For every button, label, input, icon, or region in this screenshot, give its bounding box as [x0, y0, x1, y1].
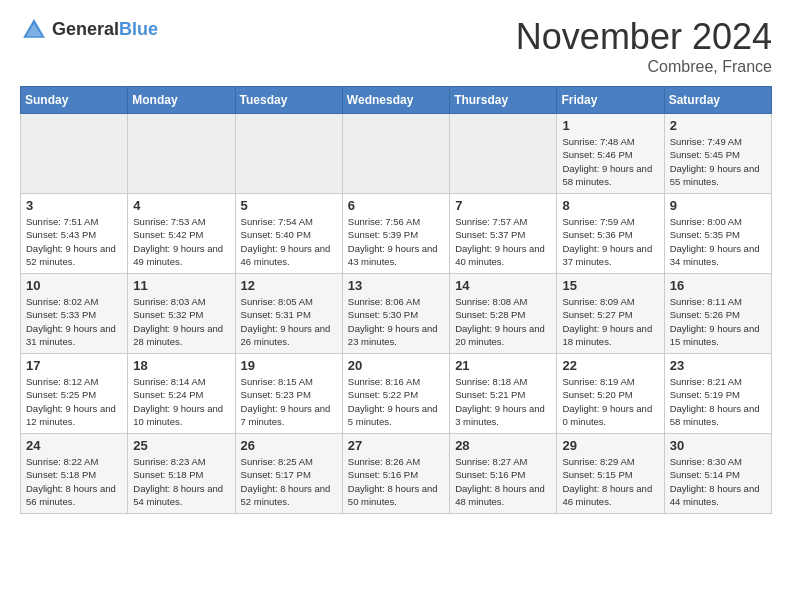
- day-number: 7: [455, 198, 551, 213]
- calendar-cell: 27Sunrise: 8:26 AM Sunset: 5:16 PM Dayli…: [342, 434, 449, 514]
- day-number: 29: [562, 438, 658, 453]
- header: GeneralBlue November 2024 Combree, Franc…: [20, 16, 772, 76]
- calendar-cell: 8Sunrise: 7:59 AM Sunset: 5:36 PM Daylig…: [557, 194, 664, 274]
- day-detail: Sunrise: 8:22 AM Sunset: 5:18 PM Dayligh…: [26, 455, 122, 508]
- logo-general: General: [52, 19, 119, 39]
- calendar-cell: 17Sunrise: 8:12 AM Sunset: 5:25 PM Dayli…: [21, 354, 128, 434]
- day-number: 15: [562, 278, 658, 293]
- day-number: 30: [670, 438, 766, 453]
- calendar-cell: 1Sunrise: 7:48 AM Sunset: 5:46 PM Daylig…: [557, 114, 664, 194]
- day-detail: Sunrise: 8:11 AM Sunset: 5:26 PM Dayligh…: [670, 295, 766, 348]
- calendar-cell: 29Sunrise: 8:29 AM Sunset: 5:15 PM Dayli…: [557, 434, 664, 514]
- day-detail: Sunrise: 8:02 AM Sunset: 5:33 PM Dayligh…: [26, 295, 122, 348]
- day-number: 4: [133, 198, 229, 213]
- day-detail: Sunrise: 8:15 AM Sunset: 5:23 PM Dayligh…: [241, 375, 337, 428]
- calendar-cell: 10Sunrise: 8:02 AM Sunset: 5:33 PM Dayli…: [21, 274, 128, 354]
- calendar-cell: 30Sunrise: 8:30 AM Sunset: 5:14 PM Dayli…: [664, 434, 771, 514]
- calendar-cell: 7Sunrise: 7:57 AM Sunset: 5:37 PM Daylig…: [450, 194, 557, 274]
- day-detail: Sunrise: 8:05 AM Sunset: 5:31 PM Dayligh…: [241, 295, 337, 348]
- calendar-week-4: 24Sunrise: 8:22 AM Sunset: 5:18 PM Dayli…: [21, 434, 772, 514]
- day-detail: Sunrise: 7:49 AM Sunset: 5:45 PM Dayligh…: [670, 135, 766, 188]
- calendar-cell: 15Sunrise: 8:09 AM Sunset: 5:27 PM Dayli…: [557, 274, 664, 354]
- day-number: 25: [133, 438, 229, 453]
- calendar-week-0: 1Sunrise: 7:48 AM Sunset: 5:46 PM Daylig…: [21, 114, 772, 194]
- calendar-cell: 26Sunrise: 8:25 AM Sunset: 5:17 PM Dayli…: [235, 434, 342, 514]
- calendar-cell: 18Sunrise: 8:14 AM Sunset: 5:24 PM Dayli…: [128, 354, 235, 434]
- title-block: November 2024 Combree, France: [516, 16, 772, 76]
- day-number: 23: [670, 358, 766, 373]
- day-number: 9: [670, 198, 766, 213]
- day-detail: Sunrise: 8:00 AM Sunset: 5:35 PM Dayligh…: [670, 215, 766, 268]
- calendar-cell: 20Sunrise: 8:16 AM Sunset: 5:22 PM Dayli…: [342, 354, 449, 434]
- header-row: SundayMondayTuesdayWednesdayThursdayFrid…: [21, 87, 772, 114]
- day-detail: Sunrise: 8:14 AM Sunset: 5:24 PM Dayligh…: [133, 375, 229, 428]
- logo-text: GeneralBlue: [52, 20, 158, 40]
- calendar-cell: 2Sunrise: 7:49 AM Sunset: 5:45 PM Daylig…: [664, 114, 771, 194]
- calendar-week-1: 3Sunrise: 7:51 AM Sunset: 5:43 PM Daylig…: [21, 194, 772, 274]
- day-number: 3: [26, 198, 122, 213]
- day-number: 24: [26, 438, 122, 453]
- day-detail: Sunrise: 8:08 AM Sunset: 5:28 PM Dayligh…: [455, 295, 551, 348]
- day-number: 27: [348, 438, 444, 453]
- logo-icon: [20, 16, 48, 44]
- calendar-cell: [128, 114, 235, 194]
- day-detail: Sunrise: 8:19 AM Sunset: 5:20 PM Dayligh…: [562, 375, 658, 428]
- day-number: 5: [241, 198, 337, 213]
- header-cell-tuesday: Tuesday: [235, 87, 342, 114]
- day-number: 17: [26, 358, 122, 373]
- day-detail: Sunrise: 8:16 AM Sunset: 5:22 PM Dayligh…: [348, 375, 444, 428]
- calendar-week-2: 10Sunrise: 8:02 AM Sunset: 5:33 PM Dayli…: [21, 274, 772, 354]
- day-detail: Sunrise: 8:26 AM Sunset: 5:16 PM Dayligh…: [348, 455, 444, 508]
- page-container: GeneralBlue November 2024 Combree, Franc…: [0, 0, 792, 530]
- day-detail: Sunrise: 8:30 AM Sunset: 5:14 PM Dayligh…: [670, 455, 766, 508]
- calendar-cell: 14Sunrise: 8:08 AM Sunset: 5:28 PM Dayli…: [450, 274, 557, 354]
- day-detail: Sunrise: 8:12 AM Sunset: 5:25 PM Dayligh…: [26, 375, 122, 428]
- day-number: 2: [670, 118, 766, 133]
- logo: GeneralBlue: [20, 16, 158, 44]
- location: Combree, France: [516, 58, 772, 76]
- day-number: 13: [348, 278, 444, 293]
- header-cell-saturday: Saturday: [664, 87, 771, 114]
- day-detail: Sunrise: 7:51 AM Sunset: 5:43 PM Dayligh…: [26, 215, 122, 268]
- day-detail: Sunrise: 8:23 AM Sunset: 5:18 PM Dayligh…: [133, 455, 229, 508]
- calendar-cell: 6Sunrise: 7:56 AM Sunset: 5:39 PM Daylig…: [342, 194, 449, 274]
- calendar-cell: 12Sunrise: 8:05 AM Sunset: 5:31 PM Dayli…: [235, 274, 342, 354]
- logo-blue: Blue: [119, 19, 158, 39]
- header-cell-wednesday: Wednesday: [342, 87, 449, 114]
- day-number: 12: [241, 278, 337, 293]
- day-number: 21: [455, 358, 551, 373]
- day-number: 6: [348, 198, 444, 213]
- header-cell-sunday: Sunday: [21, 87, 128, 114]
- day-detail: Sunrise: 7:54 AM Sunset: 5:40 PM Dayligh…: [241, 215, 337, 268]
- day-detail: Sunrise: 8:27 AM Sunset: 5:16 PM Dayligh…: [455, 455, 551, 508]
- header-cell-friday: Friday: [557, 87, 664, 114]
- calendar-header: SundayMondayTuesdayWednesdayThursdayFrid…: [21, 87, 772, 114]
- calendar-cell: 19Sunrise: 8:15 AM Sunset: 5:23 PM Dayli…: [235, 354, 342, 434]
- day-detail: Sunrise: 8:03 AM Sunset: 5:32 PM Dayligh…: [133, 295, 229, 348]
- calendar-cell: 28Sunrise: 8:27 AM Sunset: 5:16 PM Dayli…: [450, 434, 557, 514]
- day-detail: Sunrise: 8:25 AM Sunset: 5:17 PM Dayligh…: [241, 455, 337, 508]
- day-detail: Sunrise: 7:56 AM Sunset: 5:39 PM Dayligh…: [348, 215, 444, 268]
- header-cell-monday: Monday: [128, 87, 235, 114]
- day-detail: Sunrise: 7:59 AM Sunset: 5:36 PM Dayligh…: [562, 215, 658, 268]
- day-number: 22: [562, 358, 658, 373]
- day-number: 20: [348, 358, 444, 373]
- calendar-cell: 11Sunrise: 8:03 AM Sunset: 5:32 PM Dayli…: [128, 274, 235, 354]
- calendar-cell: 13Sunrise: 8:06 AM Sunset: 5:30 PM Dayli…: [342, 274, 449, 354]
- day-number: 11: [133, 278, 229, 293]
- calendar-cell: 23Sunrise: 8:21 AM Sunset: 5:19 PM Dayli…: [664, 354, 771, 434]
- month-title: November 2024: [516, 16, 772, 58]
- calendar-week-3: 17Sunrise: 8:12 AM Sunset: 5:25 PM Dayli…: [21, 354, 772, 434]
- day-detail: Sunrise: 8:29 AM Sunset: 5:15 PM Dayligh…: [562, 455, 658, 508]
- calendar-cell: 4Sunrise: 7:53 AM Sunset: 5:42 PM Daylig…: [128, 194, 235, 274]
- calendar-cell: 24Sunrise: 8:22 AM Sunset: 5:18 PM Dayli…: [21, 434, 128, 514]
- calendar-cell: 25Sunrise: 8:23 AM Sunset: 5:18 PM Dayli…: [128, 434, 235, 514]
- day-number: 26: [241, 438, 337, 453]
- day-detail: Sunrise: 8:18 AM Sunset: 5:21 PM Dayligh…: [455, 375, 551, 428]
- calendar-cell: [450, 114, 557, 194]
- calendar-cell: [21, 114, 128, 194]
- day-number: 10: [26, 278, 122, 293]
- calendar-body: 1Sunrise: 7:48 AM Sunset: 5:46 PM Daylig…: [21, 114, 772, 514]
- calendar-cell: 22Sunrise: 8:19 AM Sunset: 5:20 PM Dayli…: [557, 354, 664, 434]
- calendar-cell: 21Sunrise: 8:18 AM Sunset: 5:21 PM Dayli…: [450, 354, 557, 434]
